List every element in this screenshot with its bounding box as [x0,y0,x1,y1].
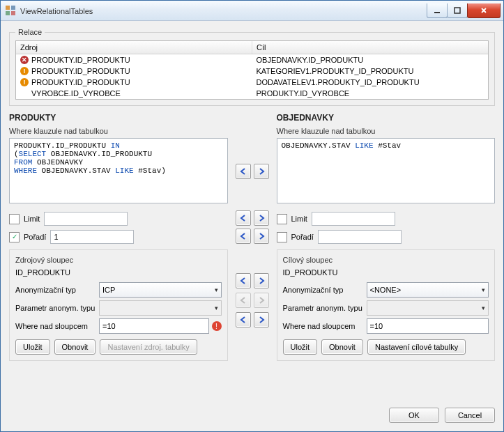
cell-source: PRODUKTY.ID_PRODUKTU [31,67,130,75]
warning-icon: ! [20,78,29,86]
column-transfer-arrows [234,245,271,361]
app-icon [5,5,16,16]
right-column-group-title: Cílový sloupec [283,256,489,264]
right-anon-type-select[interactable]: <NONE>▾ [367,282,489,298]
client-area: Relace Zdroj Cíl ✕PRODUKTY.ID_PRODUKTUOB… [1,21,503,431]
where-copy-right-button[interactable] [254,164,269,179]
warning-icon: ! [20,67,29,75]
right-column-group: Cílový sloupec ID_PRODUKTU Anonymizační … [277,249,496,361]
svg-rect-3 [11,11,15,15]
order-copy-right-button[interactable] [254,229,269,244]
left-order-label: Pořadí [24,233,46,241]
left-save-button[interactable]: Uložit [15,339,50,355]
svg-rect-4 [434,12,440,13]
minimize-button[interactable] [427,3,448,18]
right-order-label: Pořadí [291,233,314,241]
right-column-value: ID_PRODUKTU [283,268,489,277]
left-column-group: Zdrojový sloupec ID_PRODUKTU Anonymizačn… [9,249,228,361]
table-row[interactable]: !PRODUKTY.ID_PRODUKTUDODAVATELEV1.PRODUK… [16,77,488,88]
left-anon-param-label: Parametr anonym. typu [15,304,99,312]
chevron-down-icon: ▾ [482,304,485,311]
maximize-button[interactable] [447,3,468,18]
blank-icon [20,89,29,98]
cancel-button[interactable]: Cancel [445,408,495,423]
cell-target: OBJEDNAVKY.ID_PRODUKTU [257,56,364,64]
anon-param-copy-left-button [236,293,251,308]
right-where-label: Where klauzule nad tabulkou [277,127,496,135]
left-limit-input[interactable] [44,212,128,226]
where-transfer-arrows [234,111,271,203]
left-where-textarea[interactable]: PRODUKTY.ID_PRODUKTU IN (SELECT OBJEDNAV… [9,138,228,203]
relations-table[interactable]: Zdroj Cíl ✕PRODUKTY.ID_PRODUKTUOBJEDNAVK… [15,40,489,100]
cell-source: VYROBCE.ID_VYROBCE [31,89,121,98]
right-where-textarea[interactable]: OBJEDNAVKY.STAV LIKE #Stav [277,138,496,203]
where-col-copy-left-button[interactable] [236,312,251,327]
table-row[interactable]: ✕PRODUKTY.ID_PRODUKTUOBJEDNAVKY.ID_PRODU… [16,54,488,65]
cell-target: PRODUKTY.ID_VYROBCE [257,89,350,98]
relations-group: Relace Zdroj Cíl ✕PRODUKTY.ID_PRODUKTUOB… [9,28,495,106]
col-header-source[interactable]: Zdroj [16,41,252,54]
right-anon-param-label: Parametr anonym. typu [283,304,367,312]
anon-type-copy-left-button[interactable] [236,273,251,288]
left-where-label: Where klauzule nad tabulkou [9,127,228,135]
cell-target: KATEGORIEV1.PRODUKTY_ID_PRODUKTU [257,67,414,75]
limit-copy-right-button[interactable] [254,210,269,226]
left-column-value: ID_PRODUKTU [15,268,222,277]
where-copy-left-button[interactable] [236,164,251,179]
cell-target: DODAVATELEV1.PRODUKTY_ID_PRODUKTU [257,78,420,86]
anon-type-copy-right-button[interactable] [254,273,269,288]
dialog-footer: OK Cancel [9,401,495,423]
cell-source: PRODUKTY.ID_PRODUKTU [31,78,130,86]
svg-rect-5 [455,8,460,13]
chevron-down-icon: ▾ [215,304,218,311]
chevron-down-icon: ▾ [482,286,485,293]
relations-table-head: Zdroj Cíl [16,41,488,54]
anon-param-copy-right-button [254,293,269,308]
col-header-target[interactable]: Cíl [252,41,488,54]
left-table-title: PRODUKTY [9,113,228,123]
right-settings-button[interactable]: Nastavení cílové tabulky [367,339,466,355]
window-controls [427,3,501,17]
right-limit-checkbox[interactable] [277,214,287,224]
left-settings-button: Nastavení zdroj. tabulky [100,339,197,355]
svg-rect-2 [6,11,10,15]
right-refresh-button[interactable]: Obnovit [321,339,363,355]
limit-copy-left-button[interactable] [236,210,251,226]
right-limit-input[interactable] [312,212,395,226]
error-icon: ! [212,321,222,331]
window-title: ViewRelationalTables [20,6,427,15]
error-icon: ✕ [20,56,29,64]
where-col-copy-right-button[interactable] [254,312,269,327]
right-order-checkbox[interactable] [277,232,287,242]
cell-source: PRODUKTY.ID_PRODUKTU [31,56,130,64]
relations-legend: Relace [15,28,45,36]
left-where-col-input[interactable] [99,318,209,334]
order-copy-left-button[interactable] [236,229,251,244]
right-limit-label: Limit [291,215,307,223]
chevron-down-icon: ▾ [215,286,218,293]
left-limit-label: Limit [24,215,40,223]
left-limit-checkbox[interactable] [9,214,20,224]
right-table-title: OBJEDNAVKY [277,113,496,123]
right-save-button[interactable]: Uložit [283,339,318,355]
svg-rect-1 [11,6,15,10]
left-refresh-button[interactable]: Obnovit [54,339,96,355]
right-where-col-label: Where nad sloupcem [283,322,367,330]
right-anon-param-select: ▾ [367,300,489,316]
table-row[interactable]: !PRODUKTY.ID_PRODUKTUKATEGORIEV1.PRODUKT… [16,65,488,77]
right-where-col-input[interactable] [367,318,489,334]
table-row[interactable]: VYROBCE.ID_VYROBCEPRODUKTY.ID_VYROBCE [16,88,488,99]
left-order-input[interactable] [50,230,134,244]
right-order-input[interactable] [318,230,402,244]
titlebar: ViewRelationalTables [1,1,503,21]
left-anon-type-label: Anonymizační typ [15,286,99,294]
right-anon-type-label: Anonymizační typ [283,286,367,294]
svg-rect-0 [6,6,10,10]
left-anon-param-select: ▾ [99,300,222,316]
left-anon-type-select[interactable]: ICP▾ [99,282,222,298]
left-where-col-label: Where nad sloupcem [15,322,99,330]
left-order-checkbox[interactable] [9,232,20,242]
left-column-group-title: Zdrojový sloupec [15,256,222,264]
close-button[interactable] [467,3,501,18]
ok-button[interactable]: OK [389,408,439,423]
